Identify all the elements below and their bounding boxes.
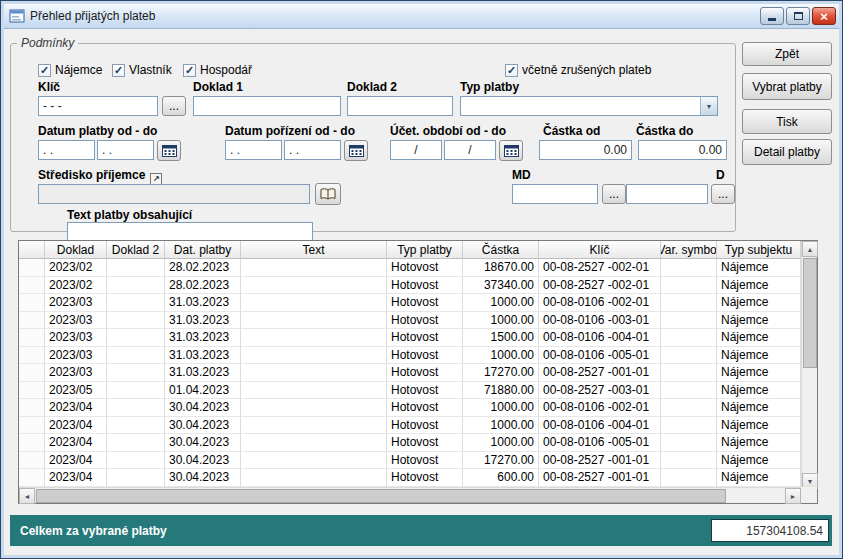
text-platby-input[interactable] — [67, 222, 313, 242]
cell[interactable]: Nájemce — [717, 364, 801, 382]
cell[interactable]: Nájemce — [717, 417, 801, 435]
table-row[interactable]: 2023/0228.02.2023Hotovost18670.0000-08-2… — [19, 259, 801, 277]
row-selector-cell[interactable] — [19, 382, 45, 400]
cell[interactable]: Nájemce — [717, 452, 801, 470]
cell[interactable]: 17270.00 — [463, 452, 539, 470]
klic-browse-button[interactable]: ... — [162, 96, 186, 116]
cell[interactable]: Nájemce — [717, 259, 801, 277]
maximize-button[interactable] — [786, 7, 810, 25]
cell[interactable]: Hotovost — [387, 312, 463, 330]
cell[interactable]: 31.03.2023 — [165, 312, 241, 330]
cell[interactable] — [661, 259, 717, 277]
cell[interactable]: Hotovost — [387, 399, 463, 417]
cell[interactable]: 00-08-0106 -003-01 — [539, 312, 661, 330]
cell[interactable]: 00-08-2527 -002-01 — [539, 277, 661, 295]
cell[interactable] — [107, 329, 165, 347]
column-header-9[interactable]: Typ subjektu — [717, 241, 801, 259]
cell[interactable]: Nájemce — [717, 434, 801, 452]
table-row[interactable]: 2023/0430.04.2023Hotovost1000.0000-08-01… — [19, 434, 801, 452]
cell[interactable]: 31.03.2023 — [165, 329, 241, 347]
cell[interactable]: Hotovost — [387, 364, 463, 382]
cell[interactable]: 00-08-2527 -002-01 — [539, 259, 661, 277]
cell[interactable]: 28.02.2023 — [165, 259, 241, 277]
table-row[interactable]: 2023/0331.03.2023Hotovost1000.0000-08-01… — [19, 347, 801, 365]
cell[interactable] — [107, 399, 165, 417]
cell[interactable] — [241, 434, 387, 452]
cell[interactable]: Nájemce — [717, 277, 801, 295]
cell[interactable]: 1500.00 — [463, 329, 539, 347]
cell[interactable]: 01.04.2023 — [165, 382, 241, 400]
vertical-scrollbar[interactable]: ▲ ▼ — [801, 241, 817, 489]
cell[interactable]: 00-08-2527 -001-01 — [539, 452, 661, 470]
cell[interactable]: 30.04.2023 — [165, 417, 241, 435]
row-selector-cell[interactable] — [19, 312, 45, 330]
ucet-obdobi-od-input[interactable] — [390, 140, 442, 160]
row-selector-cell[interactable] — [19, 347, 45, 365]
cell[interactable]: 2023/03 — [45, 347, 107, 365]
cell[interactable]: 00-08-2527 -001-01 — [539, 364, 661, 382]
row-selector-cell[interactable] — [19, 469, 45, 487]
cell[interactable]: Hotovost — [387, 294, 463, 312]
cell[interactable]: 1000.00 — [463, 417, 539, 435]
cell[interactable] — [107, 312, 165, 330]
cell[interactable]: Hotovost — [387, 434, 463, 452]
cell[interactable] — [661, 364, 717, 382]
cell[interactable] — [661, 329, 717, 347]
zpet-button[interactable]: Zpět — [742, 42, 832, 66]
scroll-left-button[interactable]: ◄ — [19, 488, 35, 504]
cell[interactable] — [241, 399, 387, 417]
castka-od-input[interactable] — [539, 140, 632, 160]
cell[interactable] — [241, 417, 387, 435]
scroll-up-button[interactable]: ▲ — [802, 241, 818, 257]
stredisko-flag-icon[interactable]: ↗ — [150, 173, 162, 185]
cell[interactable]: 00-08-0106 -005-01 — [539, 434, 661, 452]
close-button[interactable]: × — [812, 7, 836, 25]
cell[interactable] — [107, 294, 165, 312]
datum-porizeni-calendar-button[interactable] — [344, 140, 368, 161]
cell[interactable]: Nájemce — [717, 329, 801, 347]
cell[interactable] — [241, 294, 387, 312]
doklad2-input[interactable] — [347, 96, 453, 116]
datum-porizeni-od-input[interactable] — [225, 140, 282, 160]
minimize-button[interactable] — [760, 7, 784, 25]
column-header-3[interactable]: Dat. platby — [165, 241, 241, 259]
row-selector-cell[interactable] — [19, 329, 45, 347]
cell[interactable]: Hotovost — [387, 452, 463, 470]
datum-platby-od-input[interactable] — [38, 140, 95, 160]
checkbox-hospodar[interactable]: ✓Hospodář — [183, 63, 252, 77]
cell[interactable]: 00-08-0106 -002-01 — [539, 294, 661, 312]
cell[interactable] — [661, 347, 717, 365]
column-header-6[interactable]: Částka — [463, 241, 539, 259]
cell[interactable]: 2023/02 — [45, 277, 107, 295]
ucet-obdobi-calendar-button[interactable] — [499, 140, 523, 161]
cell[interactable]: Hotovost — [387, 277, 463, 295]
cell[interactable] — [107, 452, 165, 470]
cell[interactable] — [661, 417, 717, 435]
cell[interactable]: 00-08-0106 -002-01 — [539, 399, 661, 417]
column-header-1[interactable]: Doklad — [45, 241, 107, 259]
column-header-2[interactable]: Doklad 2 — [107, 241, 165, 259]
row-selector-cell[interactable] — [19, 364, 45, 382]
cell[interactable]: 1000.00 — [463, 434, 539, 452]
cell[interactable] — [661, 399, 717, 417]
typ-platby-combobox[interactable]: ▼ — [460, 96, 718, 116]
cell[interactable]: 600.00 — [463, 469, 539, 487]
cell[interactable]: 31.03.2023 — [165, 347, 241, 365]
cell[interactable] — [107, 469, 165, 487]
md-input[interactable] — [512, 184, 598, 204]
cell[interactable]: Nájemce — [717, 347, 801, 365]
cell[interactable]: 2023/03 — [45, 329, 107, 347]
cell[interactable]: 2023/04 — [45, 434, 107, 452]
cell[interactable]: 1000.00 — [463, 399, 539, 417]
cell[interactable] — [661, 312, 717, 330]
chevron-down-icon[interactable]: ▼ — [700, 97, 717, 115]
cell[interactable]: 2023/04 — [45, 452, 107, 470]
cell[interactable] — [241, 469, 387, 487]
table-row[interactable]: 2023/0430.04.2023Hotovost17270.0000-08-2… — [19, 452, 801, 470]
cell[interactable] — [241, 382, 387, 400]
cell[interactable]: 00-08-0106 -004-01 — [539, 417, 661, 435]
cell[interactable]: 30.04.2023 — [165, 469, 241, 487]
table-row[interactable]: 2023/0228.02.2023Hotovost37340.0000-08-2… — [19, 277, 801, 295]
cell[interactable]: 2023/03 — [45, 364, 107, 382]
row-selector-cell[interactable] — [19, 294, 45, 312]
